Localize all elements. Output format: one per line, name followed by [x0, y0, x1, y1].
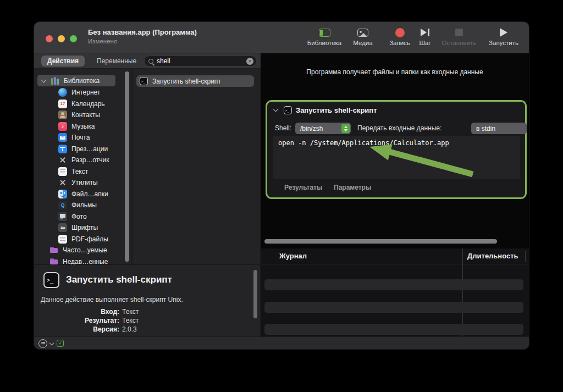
keynote-icon — [58, 145, 67, 153]
contacts-icon — [58, 111, 67, 119]
toolbar-record-button[interactable]: Запись — [385, 26, 414, 46]
log-column-divider — [525, 251, 526, 262]
sidebar-item-contacts[interactable]: Контакты — [34, 109, 131, 121]
terminal-icon: >_ — [284, 106, 292, 114]
library-books-icon — [51, 77, 59, 85]
finder-icon — [58, 190, 67, 198]
sidebar-item-utilities[interactable]: Утилиты — [34, 177, 131, 189]
library-root-row[interactable]: Библиотека — [34, 75, 131, 86]
folder-icon — [49, 246, 58, 255]
log-column-header[interactable]: Журнал — [279, 252, 307, 260]
library-root-label: Библиотека — [64, 77, 100, 85]
tab-variables[interactable]: Переменные — [91, 56, 142, 67]
workflow-options-icon[interactable]: ••• — [38, 339, 47, 348]
duration-column-header[interactable]: Длительность — [467, 252, 518, 260]
sidebar-item-photos[interactable]: Фото — [34, 211, 131, 222]
sidebar-header-bar: Действия Переменные × — [34, 53, 261, 69]
toolbar-run-button[interactable]: Запустить — [484, 26, 523, 46]
sidebar-item-fonts[interactable]: Aa Шрифты — [34, 222, 131, 234]
text-document-icon — [58, 167, 67, 176]
toolbar-step-button[interactable]: Шаг — [415, 26, 435, 46]
automator-window: Без названия.app (Программа) Изменено Би… — [34, 22, 529, 349]
sidebar-item-calendar[interactable]: 17 Календарь — [34, 98, 131, 109]
calendar-icon: 17 — [58, 100, 67, 108]
toolbar-stop-label: Остановить — [442, 40, 477, 46]
toolbar-library-button[interactable]: Библиотека — [305, 26, 344, 46]
terminal-icon: >_ — [140, 77, 148, 85]
action-input-field: Вход:Текст — [34, 308, 199, 316]
toolbar-media-label: Медиа — [353, 40, 372, 46]
pdf-document-icon — [58, 235, 67, 244]
toolbar-stop-button: Остановить — [437, 26, 481, 46]
run-shell-script-action[interactable]: >_ Запустить shell-скрипт Shell: /bin/zs… — [266, 100, 527, 199]
search-icon — [148, 59, 153, 64]
collapse-action-icon[interactable] — [273, 107, 279, 112]
window-title: Без названия.app (Программа) — [88, 28, 197, 36]
script-text: open -n /System/Applications/Calculator.… — [278, 139, 449, 147]
minimize-window-button[interactable] — [58, 35, 65, 42]
developer-tools-icon — [58, 156, 67, 164]
toolbar-step-label: Шаг — [419, 40, 430, 46]
script-editor[interactable]: open -n /System/Applications/Calculator.… — [273, 136, 520, 179]
options-button[interactable]: Параметры — [334, 184, 371, 191]
close-window-button[interactable] — [46, 35, 53, 42]
utilities-icon — [58, 178, 67, 187]
sidebar-lists: Библиотека Интернет 17 Календарь Контакт… — [34, 69, 261, 264]
window-modified-status: Изменено — [88, 38, 117, 45]
sidebar-item-mail[interactable]: Почта — [34, 132, 131, 143]
log-row — [264, 302, 523, 313]
clear-search-icon[interactable]: × — [246, 58, 253, 65]
sidebar-item-text[interactable]: Текст — [34, 165, 131, 177]
action-description-title: Запустить shell-скрипт — [66, 274, 172, 285]
shell-dropdown[interactable]: /bin/zsh — [295, 123, 351, 134]
bottom-status-bar: ••• ✓ — [34, 336, 529, 349]
quicktime-icon: Q — [58, 201, 67, 209]
title-bar: Без названия.app (Программа) Изменено Би… — [34, 22, 529, 53]
sidebar-item-most-used[interactable]: Часто…уемые — [34, 245, 131, 256]
step-icon — [421, 29, 429, 36]
library-sidebar-icon — [319, 29, 330, 37]
mail-icon — [58, 133, 67, 142]
action-version-field: Версия:2.0.3 — [34, 325, 199, 333]
log-header-divider — [261, 264, 529, 264]
toolbar-run-label: Запустить — [489, 40, 518, 46]
search-field[interactable]: × — [144, 56, 257, 67]
zoom-window-button[interactable] — [70, 35, 77, 42]
sidebar-item-presentations[interactable]: През…ации — [34, 143, 131, 154]
horizontal-scrollbar[interactable] — [264, 239, 497, 244]
fonts-icon: Aa — [58, 223, 67, 232]
action-description-text: Данное действие выполняет shell-скрипт U… — [41, 296, 183, 303]
results-button[interactable]: Результаты — [284, 184, 322, 191]
sidebar-item-music[interactable]: ♪ Музыка — [34, 120, 131, 132]
inspector-scrollbar[interactable] — [253, 270, 257, 318]
log-row — [264, 324, 523, 335]
toolbar-media-button[interactable]: Медиа — [349, 26, 377, 46]
toolbar-library-label: Библиотека — [307, 40, 342, 46]
shell-label: Shell: — [275, 123, 291, 134]
search-input[interactable] — [157, 57, 246, 65]
sidebar-item-developer[interactable]: Разр…отчик — [34, 154, 131, 166]
syntax-ok-check-icon: ✓ — [57, 340, 64, 347]
run-icon — [500, 28, 507, 37]
tab-actions[interactable]: Действия — [41, 56, 85, 67]
terminal-icon: >_ — [43, 272, 59, 288]
photos-icon — [58, 212, 67, 221]
stepper-icon — [341, 124, 350, 133]
action-result-run-shell-script[interactable]: >_ Запустить shell-скрипт — [136, 75, 254, 87]
action-result-field: Результат:Текст — [34, 317, 199, 324]
log-column-divider[interactable] — [462, 249, 463, 336]
record-icon — [395, 28, 405, 37]
music-note-icon: ♪ — [58, 122, 67, 131]
sidebar-item-movies[interactable]: Q Фильмы — [34, 200, 131, 211]
chevron-down-icon[interactable] — [49, 341, 54, 345]
pass-input-dropdown[interactable]: в stdin — [471, 123, 527, 134]
stop-icon — [455, 29, 463, 36]
column-divider — [131, 69, 133, 264]
log-panel: Журнал Длительность — [261, 249, 529, 336]
sidebar-item-internet[interactable]: Интернет — [34, 87, 131, 98]
sidebar-item-files-folders[interactable]: Файл…апки — [34, 188, 131, 200]
media-icon — [357, 29, 368, 37]
sidebar-item-pdf[interactable]: PDF-файлы — [34, 233, 131, 245]
pass-input-label: Передать входные данные: — [357, 123, 441, 134]
action-description-panel: >_ Запустить shell-скрипт Данное действи… — [34, 264, 261, 336]
